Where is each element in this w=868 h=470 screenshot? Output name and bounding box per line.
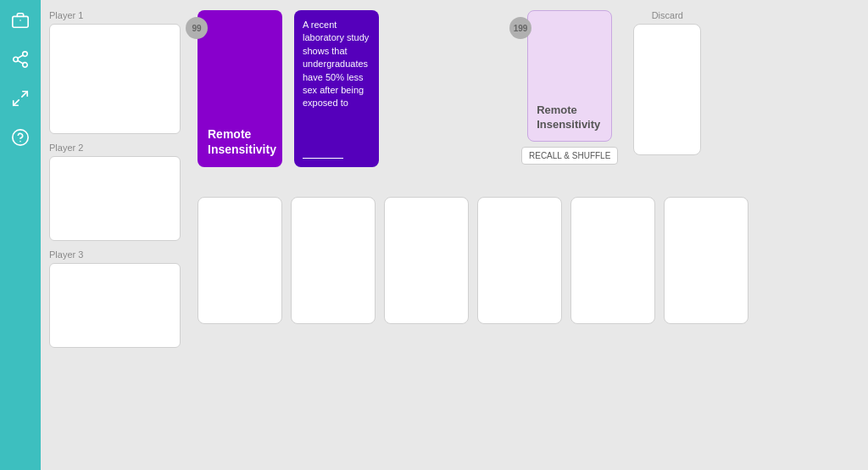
sidebar: [0, 0, 41, 470]
svg-line-8: [14, 100, 19, 105]
hand-card-3[interactable]: [384, 197, 469, 324]
hand-card-2[interactable]: [291, 197, 376, 324]
right-deck-card[interactable]: Remote Insensitivity: [527, 10, 612, 142]
svg-line-7: [22, 92, 27, 97]
svg-point-9: [13, 130, 28, 145]
question-card[interactable]: A recent laboratory study shows that und…: [294, 10, 379, 167]
hand-card-6[interactable]: [664, 197, 748, 324]
recall-shuffle-button[interactable]: RECALL & SHUFFLE: [521, 147, 618, 165]
player-2-section: Player 2: [49, 143, 181, 241]
players-panel: Player 1 Player 2 Player 3: [41, 0, 189, 470]
discard-area: Discard: [633, 10, 701, 155]
center-panel: 99 Remote Insensitivity A recent laborat…: [189, 0, 868, 470]
right-deck-counter: 199: [509, 17, 531, 39]
discard-label: Discard: [652, 10, 683, 20]
purple-deck-counter: 99: [186, 17, 208, 39]
player-3-label: Player 3: [49, 249, 181, 260]
discard-card: [633, 24, 701, 155]
svg-rect-0: [13, 16, 28, 27]
svg-line-6: [18, 55, 23, 59]
player-1-area: [49, 24, 181, 134]
right-deck-area: 199 Remote Insensitivity RECALL & SHUFFL…: [521, 10, 618, 165]
hand-cards-row: [198, 197, 860, 324]
main-area: Player 1 Player 2 Player 3 99 Remote Ins…: [41, 0, 868, 470]
player-1-section: Player 1: [49, 10, 181, 134]
player-3-area: [49, 263, 181, 348]
hand-card-1[interactable]: [198, 197, 282, 324]
purple-deck-label: Remote Insensitivity: [208, 126, 276, 157]
purple-deck-card[interactable]: Remote Insensitivity: [198, 10, 282, 167]
share-icon[interactable]: [8, 48, 32, 71]
blank-line: [303, 158, 343, 159]
svg-line-5: [18, 60, 23, 64]
fullscreen-icon[interactable]: [8, 87, 32, 110]
purple-deck-area: 99 Remote Insensitivity: [198, 10, 282, 167]
right-deck-label: Remote Insensitivity: [537, 104, 603, 132]
player-1-label: Player 1: [49, 10, 181, 20]
briefcase-icon[interactable]: [8, 8, 32, 32]
hand-card-4[interactable]: [477, 197, 562, 324]
help-icon[interactable]: [8, 126, 32, 149]
top-row: 99 Remote Insensitivity A recent laborat…: [198, 10, 860, 188]
hand-card-5[interactable]: [570, 197, 655, 324]
player-3-section: Player 3: [49, 249, 181, 348]
player-2-area: [49, 156, 181, 241]
question-text: A recent laboratory study shows that und…: [303, 19, 370, 110]
player-2-label: Player 2: [49, 143, 181, 153]
